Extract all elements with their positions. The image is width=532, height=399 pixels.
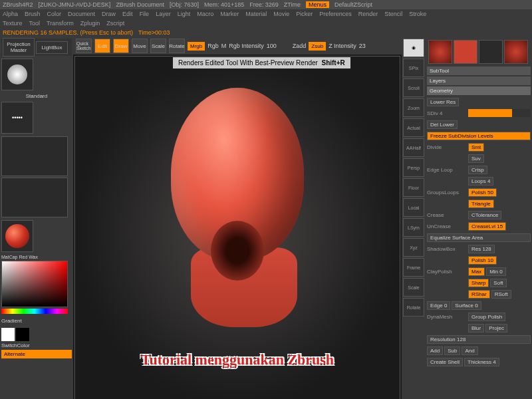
edgeloop-button[interactable]: Edge Loop <box>427 167 467 173</box>
res128-value[interactable]: Res 128 <box>468 245 495 253</box>
viewport[interactable] <box>74 56 400 399</box>
polish10-value[interactable]: Polish 10 <box>468 256 497 265</box>
tool-creature[interactable] <box>428 40 452 64</box>
aahalf-button[interactable]: AAHalf <box>403 138 424 157</box>
menu-marker[interactable]: Marker <box>220 11 239 17</box>
stroke-swatch[interactable]: ••••• <box>1 102 33 134</box>
zsub-button[interactable]: Zsub <box>309 42 326 51</box>
edge0-button[interactable]: Edge 0 <box>427 301 450 310</box>
rgb-intensity-value[interactable]: 100 <box>267 43 277 49</box>
menu-render[interactable]: Render <box>358 11 378 17</box>
menu-alpha[interactable]: Alpha <box>3 11 18 17</box>
grouppolish-button[interactable]: Group Polish <box>468 313 505 321</box>
sharp-button[interactable]: Sharp <box>468 279 489 287</box>
menu-movie[interactable]: Movie <box>273 11 289 17</box>
ctolerance-button[interactable]: CTolerance <box>468 211 501 219</box>
surface0-button[interactable]: Surface 0 <box>452 301 481 310</box>
triangle-button[interactable]: Triangle <box>468 200 494 208</box>
persp-button[interactable]: Persp <box>403 158 424 177</box>
zscript-label[interactable]: DefaultZScript <box>334 1 372 8</box>
menu-zplugin[interactable]: Zplugin <box>80 20 100 27</box>
zadd-button[interactable]: Zadd <box>293 43 307 49</box>
menu-layer[interactable]: Layer <box>156 11 171 17</box>
sculpt-mesh[interactable] <box>144 88 331 340</box>
tool-simplebrush[interactable] <box>479 40 503 64</box>
add-button[interactable]: Add <box>427 346 443 355</box>
and-button[interactable]: And <box>462 346 477 355</box>
menu-zscript[interactable]: Zscript <box>106 20 124 27</box>
soft-button[interactable]: Soft <box>490 279 506 287</box>
menu-texture[interactable]: Texture <box>3 20 23 27</box>
thickness-value[interactable]: Thickness 4 <box>464 358 499 366</box>
rshar-button[interactable]: RShar <box>468 290 490 299</box>
menu-stroke[interactable]: Stroke <box>409 11 426 17</box>
resolution-value[interactable]: Resolution 128 <box>427 335 531 344</box>
menu-draw[interactable]: Draw <box>102 11 116 17</box>
suv-button[interactable]: Suv <box>468 154 484 163</box>
menu-transform[interactable]: Transform <box>47 20 74 27</box>
tool-creature2[interactable] <box>504 40 528 64</box>
hue-strip[interactable] <box>1 309 68 314</box>
m-button[interactable]: M <box>221 43 227 49</box>
lower-res-button[interactable]: Lower Res <box>427 98 459 106</box>
edit-button[interactable]: Edit <box>94 39 110 53</box>
floor-button[interactable]: Floor <box>403 178 424 197</box>
mrgb-button[interactable]: Mrgb <box>188 42 205 51</box>
z-intensity-value[interactable]: 23 <box>359 43 366 49</box>
bpr-button[interactable]: ◉ <box>403 39 424 57</box>
dynamesh-button[interactable]: DynaMesh <box>427 314 467 320</box>
material-swatch[interactable] <box>1 220 33 252</box>
menu-file[interactable]: File <box>140 11 150 17</box>
sdiv-label[interactable]: SDiv 4 <box>427 110 467 116</box>
quicksketch-button[interactable]: Quick Sketch <box>76 39 92 53</box>
menu-document[interactable]: Document <box>68 11 95 17</box>
smt-button[interactable]: Smt <box>468 143 484 152</box>
menu-stencil[interactable]: Stencil <box>384 11 402 17</box>
crisp-button[interactable]: Crisp <box>468 166 487 174</box>
groupsloops-button[interactable]: GroupsLoops <box>427 190 467 196</box>
menu-brush[interactable]: Brush <box>25 11 41 17</box>
scale-tool-button[interactable]: Scale <box>403 278 424 297</box>
alternate-button[interactable]: Alternate <box>1 350 72 358</box>
rotate-tool-button[interactable]: Rotate <box>403 298 424 317</box>
spix-button[interactable]: SPix <box>403 59 424 77</box>
menu-light[interactable]: Light <box>178 11 191 17</box>
menu-material[interactable]: Material <box>245 11 267 17</box>
lightbox-button[interactable]: LightBox <box>36 41 68 54</box>
sdiv-slider[interactable] <box>468 109 531 117</box>
color-black[interactable] <box>16 328 29 341</box>
local-button[interactable]: Local <box>403 198 424 217</box>
sub-button[interactable]: Sub <box>444 346 460 355</box>
move-button[interactable]: Move <box>132 39 148 53</box>
geometry-header[interactable]: Geometry <box>427 86 531 95</box>
rotate-button[interactable]: Rotate <box>169 39 185 53</box>
menu-color[interactable]: Color <box>47 11 62 17</box>
divide-button[interactable]: Divide <box>427 144 467 150</box>
min-button[interactable]: Min 0 <box>486 267 506 276</box>
color-picker[interactable] <box>1 261 68 307</box>
scale-button[interactable]: Scale <box>150 39 166 53</box>
polish-value[interactable]: Polish 50 <box>468 188 497 197</box>
menu-edit[interactable]: Edit <box>122 11 133 17</box>
layers-header[interactable]: Layers <box>427 76 531 85</box>
menu-preferences[interactable]: Preferences <box>319 11 352 17</box>
project-button[interactable]: Projec <box>485 324 507 332</box>
frame-button[interactable]: Frame <box>403 258 424 277</box>
createshell-button[interactable]: Create Shell <box>427 358 463 366</box>
rgb-button[interactable]: Rgb <box>207 43 219 49</box>
projection-master-button[interactable]: Projection Master <box>3 38 35 57</box>
draw-button[interactable]: Draw <box>113 39 129 53</box>
del-lower-button[interactable]: Del Lower <box>427 120 458 129</box>
actual-button[interactable]: Actual <box>403 118 424 137</box>
claypolish-button[interactable]: ClayPolish <box>427 269 467 275</box>
color-white[interactable] <box>1 328 15 341</box>
texture-swatch[interactable] <box>1 178 68 217</box>
rsoft-button[interactable]: RSoft <box>491 290 511 299</box>
switchcolor-button[interactable]: SwitchColor <box>1 342 72 348</box>
loops-value[interactable]: Loops 4 <box>468 177 493 186</box>
alpha-swatch[interactable] <box>1 136 68 176</box>
crease-button[interactable]: Crease <box>427 212 467 218</box>
max-button[interactable]: Max <box>468 267 485 276</box>
lsym-button[interactable]: LSym <box>403 218 424 237</box>
zoom-button[interactable]: Zoom <box>403 98 424 117</box>
